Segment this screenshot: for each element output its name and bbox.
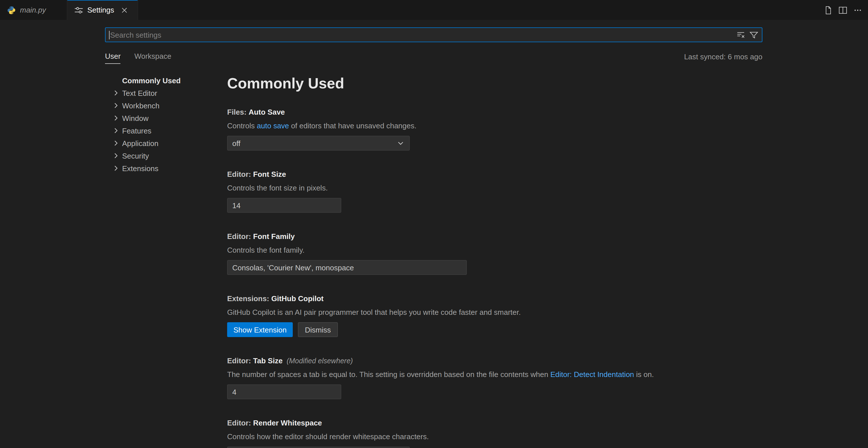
setting-name: Render Whitespace — [253, 419, 322, 427]
setting-control — [227, 447, 763, 448]
settings-container: Files: Auto SaveControls auto save of ed… — [227, 107, 763, 448]
setting-control: off — [227, 136, 763, 151]
setting-editor-font-size: Editor: Font SizeControls the font size … — [227, 169, 763, 213]
filter-settings-icon[interactable] — [749, 30, 758, 39]
setting-name: Font Family — [253, 232, 295, 241]
setting-title: Editor: Font Size — [227, 169, 763, 180]
tab-label: Settings — [87, 6, 114, 14]
setting-link-auto-save[interactable]: auto save — [257, 122, 289, 130]
toc-item-commonly-used[interactable]: Commonly Used — [105, 74, 227, 87]
setting-category: Editor: — [227, 170, 251, 179]
search-placeholder: Search settings — [110, 31, 161, 39]
toc-label: Extensions — [122, 164, 158, 172]
settings-search-input[interactable]: Search settings — [105, 27, 763, 42]
select-value: off — [232, 139, 240, 148]
description-text: Controls the font family. — [227, 246, 305, 254]
text-caret — [109, 31, 110, 39]
setting-control — [227, 384, 763, 399]
setting-select[interactable] — [227, 447, 410, 448]
setting-category: Editor: — [227, 232, 251, 241]
setting-title: Extensions: GitHub Copilot — [227, 294, 763, 304]
sync-status: Last synced: 6 mos ago — [684, 53, 763, 64]
setting-category: Editor: — [227, 419, 251, 427]
setting-description: Controls the font family. — [227, 245, 763, 256]
settings-toc: Commonly UsedText EditorWorkbenchWindowF… — [105, 73, 227, 174]
toc-item-workbench[interactable]: Workbench — [105, 99, 227, 112]
toc-label: Text Editor — [122, 89, 157, 97]
setting-input[interactable] — [227, 260, 467, 275]
toc-item-extensions[interactable]: Extensions — [105, 162, 227, 174]
clear-search-results-icon[interactable] — [736, 30, 745, 39]
chevron-right-icon[interactable] — [112, 88, 122, 98]
scope-row: User Workspace Last synced: 6 mos ago — [105, 52, 763, 64]
description-text: GitHub Copilot is an AI pair programmer … — [227, 308, 521, 317]
setting-category: Editor: — [227, 356, 251, 365]
close-tab-icon[interactable] — [119, 5, 129, 15]
setting-description: Controls how the editor should render wh… — [227, 432, 763, 442]
setting-control — [227, 198, 763, 213]
setting-editor-render-whitespace: Editor: Render WhitespaceControls how th… — [227, 418, 763, 448]
setting-description: GitHub Copilot is an AI pair programmer … — [227, 308, 763, 318]
setting-name: Auto Save — [249, 108, 285, 116]
open-settings-json-icon[interactable] — [824, 5, 833, 14]
more-actions-icon[interactable] — [853, 5, 862, 14]
toc-label: Features — [122, 126, 152, 135]
split-editor-icon[interactable] — [838, 5, 847, 14]
setting-category: Files: — [227, 108, 247, 116]
show-extension-button[interactable]: Show Extension — [227, 322, 293, 337]
tab-user-settings[interactable]: User — [105, 52, 121, 64]
editor-tab-bar: main.py Settings — [0, 0, 868, 20]
editor-actions — [824, 0, 862, 20]
setting-editor-font-family: Editor: Font FamilyControls the font fam… — [227, 231, 763, 275]
toc-label: Window — [122, 114, 149, 122]
toc-item-features[interactable]: Features — [105, 124, 227, 137]
tab-settings[interactable]: Settings — [67, 0, 138, 20]
vscode-window: main.py Settings Search settings User W — [0, 0, 868, 448]
toc-item-security[interactable]: Security — [105, 150, 227, 162]
toc-item-application[interactable]: Application — [105, 137, 227, 150]
settings-list: Commonly Used Files: Auto SaveControls a… — [227, 73, 763, 448]
setting-editor-tab-size: Editor: Tab Size(Modified elsewhere)The … — [227, 356, 763, 399]
setting-link-editor-detect-indentation[interactable]: Editor: Detect Indentation — [550, 370, 634, 379]
chevron-right-icon[interactable] — [112, 126, 122, 135]
chevron-right-icon[interactable] — [112, 164, 122, 173]
setting-name: Tab Size — [253, 356, 283, 365]
setting-category: Extensions: — [227, 294, 269, 303]
toc-item-window[interactable]: Window — [105, 112, 227, 124]
setting-description: Controls auto save of editors that have … — [227, 121, 763, 131]
chevron-right-icon[interactable] — [112, 151, 122, 160]
tab-main-py[interactable]: main.py — [0, 0, 67, 20]
settings-sliders-icon — [74, 5, 83, 14]
toc-label: Security — [122, 152, 149, 160]
settings-body: Commonly UsedText EditorWorkbenchWindowF… — [105, 73, 763, 448]
scope-tabs: User Workspace — [105, 52, 172, 64]
setting-name: GitHub Copilot — [271, 294, 323, 303]
setting-description: The number of spaces a tab is equal to. … — [227, 370, 763, 380]
setting-extensions-github-copilot: Extensions: GitHub CopilotGitHub Copilot… — [227, 294, 763, 337]
setting-title: Editor: Font Family — [227, 231, 763, 242]
tab-workspace-settings[interactable]: Workspace — [134, 52, 172, 64]
setting-input[interactable] — [227, 198, 341, 213]
setting-input[interactable] — [227, 384, 341, 399]
toc-label: Application — [122, 139, 158, 148]
chevron-right-icon[interactable] — [112, 138, 122, 148]
description-text: Controls — [227, 122, 257, 130]
description-text: is on. — [634, 370, 654, 379]
chevron-right-icon[interactable] — [112, 114, 122, 123]
page-title: Commonly Used — [227, 74, 763, 92]
setting-select[interactable]: off — [227, 136, 410, 151]
setting-title: Editor: Tab Size(Modified elsewhere) — [227, 356, 763, 366]
settings-editor: Search settings User Workspace Last sync… — [0, 20, 868, 448]
search-actions — [736, 28, 758, 42]
toc-label: Commonly Used — [122, 76, 181, 85]
description-text: The number of spaces a tab is equal to. … — [227, 370, 550, 379]
description-text: of editors that have unsaved changes. — [289, 122, 416, 130]
setting-name: Font Size — [253, 170, 286, 179]
description-text: Controls how the editor should render wh… — [227, 432, 429, 441]
setting-title: Editor: Render Whitespace — [227, 418, 763, 428]
toc-item-text-editor[interactable]: Text Editor — [105, 87, 227, 99]
chevron-down-icon — [397, 139, 405, 147]
dismiss-button[interactable]: Dismiss — [298, 322, 338, 337]
python-icon — [7, 5, 16, 14]
chevron-right-icon[interactable] — [112, 101, 122, 110]
